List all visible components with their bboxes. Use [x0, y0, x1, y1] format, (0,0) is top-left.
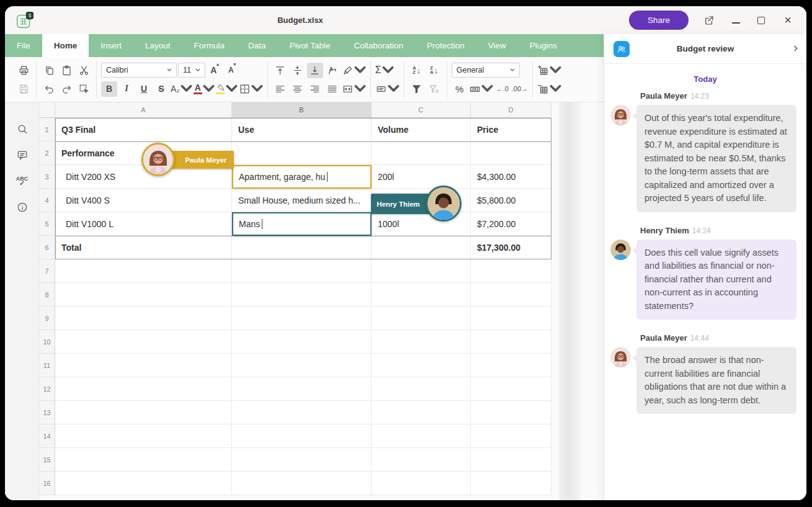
- empty-cell[interactable]: [372, 424, 471, 448]
- undo-button[interactable]: [41, 81, 57, 97]
- filter-button[interactable]: [409, 81, 425, 97]
- empty-cell[interactable]: [372, 472, 471, 495]
- cell-a4[interactable]: Ditt V400 S: [55, 189, 232, 212]
- cell-b2[interactable]: [232, 141, 372, 165]
- align-right-button[interactable]: [307, 81, 323, 97]
- vertical-scrollbar[interactable]: [559, 102, 581, 500]
- copy-button[interactable]: [41, 63, 57, 78]
- decrease-decimal-button[interactable]: ←.0: [494, 81, 511, 97]
- editing-cell-b5[interactable]: Mans: [232, 212, 372, 236]
- sort-descending-button[interactable]: ZA↓: [426, 63, 442, 78]
- cell-c3[interactable]: 200l: [372, 165, 471, 189]
- empty-cell[interactable]: [471, 377, 551, 401]
- empty-cell[interactable]: [55, 424, 232, 448]
- empty-cell[interactable]: [232, 330, 372, 354]
- empty-cell[interactable]: [55, 307, 232, 330]
- cell-a1[interactable]: Q3 Final: [55, 118, 232, 141]
- cell-a5[interactable]: Ditt V1000 L: [55, 212, 232, 236]
- bold-button[interactable]: B: [101, 81, 117, 97]
- tab-data[interactable]: Data: [236, 34, 278, 57]
- clear-filter-button[interactable]: [426, 81, 442, 97]
- cell-b6[interactable]: [232, 236, 372, 259]
- column-header-b[interactable]: B: [232, 102, 372, 118]
- print-button[interactable]: [16, 63, 32, 78]
- tab-protection[interactable]: Protection: [415, 34, 476, 57]
- empty-cell[interactable]: [55, 259, 232, 283]
- spell-check-icon[interactable]: ABC✓: [5, 168, 39, 194]
- cell-a6[interactable]: Total: [55, 236, 232, 259]
- tab-insert[interactable]: Insert: [89, 34, 133, 57]
- empty-cell[interactable]: [372, 283, 471, 307]
- cell-d4[interactable]: $5,800.00: [471, 189, 551, 212]
- justify-button[interactable]: [324, 81, 341, 97]
- tab-formula[interactable]: Formula: [182, 34, 237, 57]
- rotate-text-button[interactable]: [342, 63, 366, 78]
- empty-cell[interactable]: [471, 354, 551, 377]
- font-name-combo[interactable]: Calibri: [101, 63, 177, 78]
- maximize-icon[interactable]: [753, 6, 769, 34]
- empty-cell[interactable]: [55, 401, 232, 424]
- cell-d5[interactable]: $7,200.00: [471, 212, 551, 236]
- row-header[interactable]: 7: [39, 259, 55, 283]
- strikethrough-button[interactable]: S: [153, 81, 169, 97]
- empty-cell[interactable]: [471, 330, 551, 354]
- cut-button[interactable]: [76, 63, 92, 78]
- paste-button[interactable]: [58, 63, 74, 78]
- row-header[interactable]: 2: [39, 141, 55, 165]
- cell-c6[interactable]: [372, 236, 471, 259]
- row-header[interactable]: 10: [39, 330, 55, 354]
- empty-cell[interactable]: [471, 424, 551, 448]
- close-icon[interactable]: ×: [780, 6, 796, 34]
- underline-button[interactable]: U: [136, 81, 152, 97]
- cell-c1[interactable]: Volume: [372, 118, 471, 141]
- font-color-button[interactable]: A: [194, 81, 215, 97]
- empty-cell[interactable]: [232, 472, 372, 495]
- empty-cell[interactable]: [471, 401, 551, 424]
- increase-font-button[interactable]: A▴: [207, 63, 223, 78]
- tab-view[interactable]: View: [476, 34, 518, 57]
- empty-cell[interactable]: [471, 307, 551, 330]
- increase-decimal-button[interactable]: .00→: [512, 81, 528, 97]
- cell-d6[interactable]: $17,300.00: [471, 236, 551, 259]
- empty-cell[interactable]: [372, 448, 471, 472]
- row-header[interactable]: 8: [39, 283, 55, 307]
- empty-cell[interactable]: [232, 424, 372, 448]
- row-header[interactable]: 15: [39, 448, 55, 472]
- row-header[interactable]: 3: [39, 165, 55, 189]
- merge-cells-button[interactable]: [342, 81, 366, 97]
- editing-cell-b3[interactable]: Apartment, garage, hu: [232, 165, 372, 189]
- delete-cells-button[interactable]: [537, 81, 561, 97]
- empty-cell[interactable]: [55, 377, 232, 401]
- row-header[interactable]: 11: [39, 354, 55, 377]
- tab-file[interactable]: File: [5, 34, 42, 57]
- save-button[interactable]: [16, 81, 32, 97]
- empty-cell[interactable]: [232, 259, 372, 283]
- empty-cell[interactable]: [232, 354, 372, 377]
- row-header[interactable]: 9: [39, 307, 55, 330]
- valign-middle-button[interactable]: [290, 63, 306, 78]
- share-button[interactable]: Share: [629, 11, 689, 30]
- empty-cell[interactable]: [232, 307, 372, 330]
- borders-button[interactable]: [239, 81, 263, 97]
- accounting-style-button[interactable]: [469, 81, 493, 97]
- chevron-right-icon[interactable]: ›: [793, 40, 798, 55]
- sum-button[interactable]: Σ: [375, 63, 394, 78]
- select-area-button[interactable]: [76, 81, 92, 97]
- empty-cell[interactable]: [55, 330, 232, 354]
- empty-cell[interactable]: [372, 259, 471, 283]
- empty-cell[interactable]: [232, 283, 372, 307]
- empty-cell[interactable]: [471, 448, 551, 472]
- empty-cell[interactable]: [372, 401, 471, 424]
- cell-d1[interactable]: Price: [471, 118, 551, 141]
- italic-button[interactable]: I: [118, 81, 135, 97]
- tab-pivot-table[interactable]: Pivot Table: [278, 34, 342, 57]
- empty-cell[interactable]: [232, 377, 372, 401]
- row-header[interactable]: 6: [39, 236, 55, 259]
- empty-cell[interactable]: [372, 354, 471, 377]
- empty-cell[interactable]: [471, 472, 551, 495]
- valign-bottom-button[interactable]: [307, 63, 323, 78]
- font-size-combo[interactable]: 11: [178, 63, 205, 78]
- row-header[interactable]: 16: [39, 472, 55, 495]
- empty-cell[interactable]: [232, 448, 372, 472]
- empty-cell[interactable]: [55, 448, 232, 472]
